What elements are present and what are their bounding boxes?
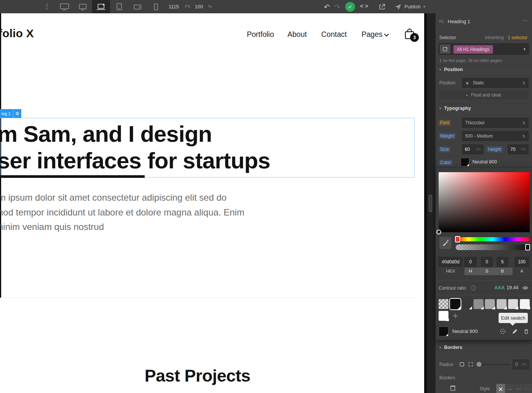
add-swatch-button[interactable]: + (452, 311, 459, 320)
alpha-slider-handle[interactable] (525, 244, 530, 250)
nav-link-contact[interactable]: Contact (321, 30, 347, 39)
radius-square-icon (459, 361, 465, 367)
saved-status-badge[interactable]: ✓ (345, 2, 355, 12)
typography-section-title: Typography (444, 106, 471, 111)
contrast-preview-eye-button[interactable] (521, 284, 529, 292)
selected-element-label[interactable]: ing 1 (0, 111, 13, 116)
height-input[interactable]: 70 PX (508, 144, 529, 154)
undo-button[interactable]: ↶ (324, 0, 330, 13)
eyedropper-button[interactable] (439, 237, 451, 249)
top-toolbar: 1115 PX 100 % ↶ ↷ ✓ <> Publish ▾ (0, 0, 532, 13)
text-color-name[interactable]: Neutral 800 (472, 159, 497, 165)
x-icon: × (465, 80, 469, 86)
selector-target-button[interactable] (440, 44, 450, 54)
radius-input[interactable]: 0 PX (513, 360, 529, 369)
nav-link-portfolio[interactable]: Portfolio (247, 30, 274, 39)
border-style-dotted-button[interactable]: ···· (524, 384, 532, 393)
brightness-value-input[interactable]: 5 (497, 257, 508, 267)
weight-select[interactable]: 500 - Medium ⇅ (462, 131, 529, 141)
edit-swatch-button[interactable] (511, 327, 519, 336)
nav-link-pages[interactable]: Pages (362, 30, 382, 39)
unlink-swatch-button[interactable] (499, 327, 507, 336)
breakpoint-mobile-landscape-button[interactable] (128, 0, 147, 13)
code-export-button[interactable]: <> (360, 0, 370, 13)
swatch-color[interactable] (508, 299, 518, 309)
size-input[interactable]: 60 PX (462, 144, 483, 154)
border-style-solid-button[interactable]: — (505, 384, 514, 393)
radius-value: 0 (515, 362, 518, 367)
select-updown-icon: ⇅ (523, 121, 526, 125)
site-logo[interactable]: folio X (0, 27, 34, 40)
more-options-icon[interactable]: ⋯ (522, 17, 528, 24)
pages-chevron-icon[interactable] (384, 33, 390, 37)
swatch-color[interactable] (462, 299, 472, 309)
selector-field[interactable]: All H1 Headings ▾ (439, 43, 529, 55)
zoom-value[interactable]: 100 (195, 0, 203, 13)
position-section-header[interactable]: ▾ Position (439, 67, 463, 72)
radius-unit: PX (522, 363, 526, 366)
selector-usage-meta: 1 on this page, 28 on other pages. (439, 58, 503, 63)
design-canvas: folio X Portfolio About Contact Pages 3 … (0, 13, 424, 393)
selector-class-pill[interactable]: All H1 Headings (453, 45, 493, 54)
alpha-slider[interactable] (456, 244, 530, 250)
font-label: Font (439, 120, 451, 126)
collapse-triangle-icon: ▾ (439, 345, 441, 349)
hero-paragraph[interactable]: m ipsum dolor sit amet consectetur adipi… (0, 190, 244, 235)
kebab-menu-icon[interactable] (44, 0, 49, 13)
float-clear-expander[interactable]: ▸ Float and clear (439, 90, 529, 100)
pencil-icon (512, 328, 518, 334)
nav-link-about[interactable]: About (287, 30, 307, 39)
border-style-none-button[interactable]: × (496, 384, 505, 393)
border-sides-icon (450, 385, 456, 391)
font-select[interactable]: Thicccboi ⇅ (462, 118, 529, 128)
color-cursor-handle[interactable] (436, 230, 441, 235)
publish-button[interactable]: Publish ▾ (394, 0, 425, 13)
swatch-white[interactable] (439, 311, 448, 321)
swatch-transparent[interactable] (439, 299, 448, 309)
position-select[interactable]: × Static ⇅ (462, 78, 529, 88)
saturation-brightness-area[interactable] (439, 172, 530, 232)
element-settings-gear-icon[interactable]: ⚙ (13, 109, 21, 118)
delete-swatch-button[interactable] (522, 327, 530, 336)
border-style-dashed-button[interactable]: ‒‒ (515, 384, 523, 393)
past-projects-heading[interactable]: Past Projects (0, 366, 395, 386)
radius-all-corners-button[interactable] (458, 360, 466, 368)
canvas-scrollbar-handle[interactable] (429, 195, 432, 212)
hex-input[interactable]: #0d0d0d (439, 257, 463, 267)
radius-individual-corners-button[interactable] (467, 360, 474, 368)
typography-section-header[interactable]: ▾ Typography (439, 106, 471, 111)
swatch-color[interactable] (485, 299, 495, 309)
breakpoint-mobile-button[interactable] (147, 0, 165, 13)
breakpoint-desktop-button[interactable] (74, 0, 92, 13)
text-color-swatch[interactable] (461, 158, 469, 166)
breakpoint-tablet-button[interactable] (110, 0, 128, 13)
selected-element-tag[interactable]: ing 1 ⚙ (0, 109, 21, 118)
canvas-width-value[interactable]: 1115 (169, 0, 179, 13)
hue-slider[interactable] (456, 237, 530, 241)
swatch-neutral-800-selected[interactable] (450, 299, 460, 309)
borders-section-header[interactable]: ▾ Borders (439, 345, 462, 350)
redo-button[interactable]: ↷ (334, 0, 340, 13)
desktop-large-icon (60, 3, 69, 11)
swatch-color[interactable] (474, 299, 483, 309)
hue-value-input[interactable]: 0 (464, 257, 477, 267)
breakpoint-desktop-large-button[interactable] (55, 0, 74, 13)
inheriting-count-link[interactable]: 1 selector (508, 35, 527, 40)
saturation-value-input[interactable]: 0 (481, 257, 493, 267)
breakpoint-laptop-button[interactable] (92, 0, 110, 13)
border-sides-button[interactable] (448, 384, 457, 392)
swatch-color[interactable] (520, 299, 530, 309)
alpha-value-input[interactable]: 100 (515, 257, 529, 267)
share-button[interactable] (378, 3, 386, 11)
info-icon[interactable]: i (471, 285, 476, 290)
radius-slider-handle[interactable] (477, 362, 481, 367)
border-style-label: Style (480, 386, 490, 391)
mobile-landscape-icon (133, 3, 142, 10)
selected-swatch-name: Neutral 800 (452, 328, 478, 334)
swatch-color[interactable] (497, 299, 507, 309)
hero-heading[interactable]: m Sam, and I design ser interfaces for s… (0, 121, 415, 174)
hue-slider-handle[interactable] (455, 236, 460, 242)
selector-chevron-icon[interactable]: ▾ (523, 47, 526, 52)
borders-label: Borders (439, 375, 455, 380)
radius-slider-track[interactable] (477, 364, 510, 365)
